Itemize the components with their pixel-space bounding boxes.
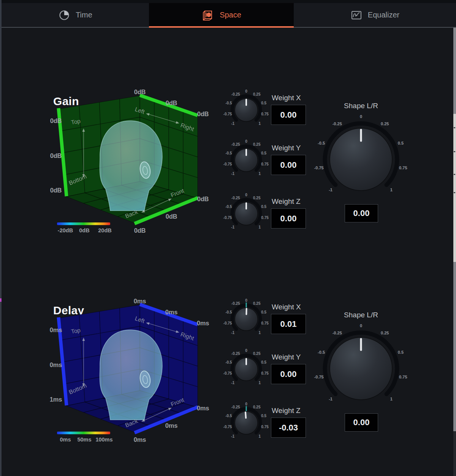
delay-weight-x-value[interactable]: 0.01 [271, 314, 306, 334]
tab-equalizer[interactable]: Equalizer [294, 3, 456, 27]
knob-tick-label: 0.25 [253, 92, 260, 96]
knob-tick-label: 0.5 [398, 141, 404, 145]
gain-weight-x-label: Weight X [272, 94, 301, 102]
knob-tick-label: 1 [259, 331, 261, 335]
knob-tick-label: -0.5 [225, 360, 232, 364]
scale-mid-label: 0dB [79, 227, 89, 233]
delay-weight-y-value[interactable]: 0.00 [271, 364, 306, 384]
knob-tick-label: 0 [360, 323, 362, 328]
delay-weight-x-knob[interactable]: -1-0.75-0.5-0.2500.250.50.751 [223, 296, 269, 342]
right-edge-strip-bottom [453, 431, 456, 476]
delay-cube-visualization[interactable]: Top Bottom Left Right Back Front 0ms 0ms… [49, 296, 213, 444]
knob-tick-label: -0.75 [223, 321, 232, 325]
knob-tick-label: 0 [245, 298, 247, 303]
knob-tick-label: -1 [231, 121, 234, 126]
knob-tick-label: -0.75 [223, 162, 232, 166]
delay-corner-label: 0ms [134, 298, 146, 304]
left-edge-marker [0, 298, 2, 302]
knob-tick-label: -1 [231, 331, 234, 335]
delay-color-scale [57, 432, 110, 434]
knob-tick-label: 0.25 [253, 301, 260, 306]
delay-weight-z-value[interactable]: -0.03 [271, 418, 306, 438]
knob-tick-label: 0.75 [261, 424, 268, 429]
knob-tick-label: -0.25 [231, 196, 240, 200]
right-edge-strip-lower [453, 262, 456, 431]
gain-shape-value[interactable]: 0.00 [345, 204, 378, 222]
gain-weight-x-knob[interactable]: -1-0.75-0.5-0.2500.250.50.751 [223, 87, 269, 133]
knob-tick-label: 1 [259, 381, 261, 385]
knob-tick-label: 0.25 [381, 121, 389, 126]
gain-weight-x-value[interactable]: 0.00 [271, 105, 306, 125]
delay-weight-z-knob[interactable]: -1-0.75-0.5-0.2500.250.50.751 [223, 400, 269, 446]
knob-tick-label: -0.5 [225, 310, 232, 314]
knob-tick-label: -0.75 [223, 424, 232, 429]
knob-tick-label: -0.5 [318, 141, 325, 145]
edge-mark [454, 174, 455, 175]
knob-tick-label: -0.25 [231, 351, 240, 356]
gain-corner-label: 0dB [166, 213, 177, 220]
tab-space-label: Space [220, 11, 241, 19]
delay-weight-x-label: Weight X [272, 303, 301, 311]
delay-corner-label: 0ms [134, 436, 146, 443]
knob-tick-label: 0.5 [398, 350, 404, 355]
delay-corner-label: 0ms [165, 309, 177, 315]
knob-tick-label: -0.5 [225, 204, 232, 208]
knob-tick-label: 0.5 [261, 101, 266, 105]
delay-shape-label: Shape L/R [314, 311, 408, 319]
knob-tick-label: -0.25 [231, 301, 240, 306]
tab-space[interactable]: Space [149, 3, 294, 27]
knob-tick-label: -0.25 [231, 92, 240, 96]
knob-tick-label: 0.25 [253, 142, 260, 147]
knob-tick-label: -0.75 [223, 371, 232, 375]
knob-tick-label: -0.5 [318, 350, 325, 355]
knob-tick-label: -0.75 [223, 112, 232, 116]
gain-weight-y-value[interactable]: 0.00 [271, 155, 306, 175]
knob-tick-label: 0.25 [253, 196, 260, 200]
gain-corner-label: 0dB [50, 152, 62, 159]
knob-tick-label: 1 [259, 172, 261, 176]
scale-max-label: 100ms [95, 437, 112, 443]
knob-tick-label: 1 [259, 434, 261, 438]
delay-corner-label: 0ms [50, 361, 62, 368]
gain-shape-knob[interactable]: -1-0.75-0.5-0.2500.250.50.751 [314, 112, 408, 207]
knob-tick-label: 0 [245, 139, 247, 143]
gain-corner-label: 0dB [50, 117, 62, 124]
knob-tick-label: 1 [390, 188, 393, 192]
knob-tick-label: -1 [231, 434, 234, 438]
gain-cube-visualization[interactable]: Top Bottom Left Right Back Front 0dB 0dB… [49, 87, 213, 235]
knob-tick-label: -0.25 [332, 331, 342, 335]
delay-shape-knob[interactable]: -1-0.75-0.5-0.2500.250.50.751 [314, 321, 408, 416]
knob-tick-label: 0 [245, 348, 247, 353]
gain-weight-y-knob[interactable]: -1-0.75-0.5-0.2500.250.50.751 [223, 137, 269, 183]
gain-corner-label: 0dB [134, 88, 146, 95]
delay-corner-label: 1ms [50, 396, 62, 403]
gain-weight-z-value[interactable]: 0.00 [271, 208, 306, 229]
knob-tick-label: -1 [231, 381, 234, 385]
knob-tick-label: 0.75 [261, 162, 268, 166]
knob-tick-label: -0.5 [225, 101, 232, 105]
knob-tick-label: 0 [245, 89, 247, 93]
gain-weight-y-label: Weight Y [272, 144, 301, 152]
knob-tick-label: 0.25 [253, 351, 260, 356]
knob-tick-label: -0.25 [231, 405, 240, 409]
knob-tick-label: 1 [259, 121, 261, 126]
cube-icon [201, 9, 214, 22]
gain-corner-label: 0dB [134, 227, 146, 234]
delay-shape-value[interactable]: 0.00 [345, 413, 378, 432]
gain-weight-z-label: Weight Z [272, 197, 301, 206]
clock-icon [58, 9, 70, 21]
gain-corner-label: 0dB [166, 99, 177, 106]
delay-corner-label: 0ms [197, 320, 209, 326]
delay-weight-y-knob[interactable]: -1-0.75-0.5-0.2500.250.50.751 [223, 347, 269, 392]
knob-tick-label: 0.75 [261, 112, 268, 116]
knob-tick-label: 0.75 [261, 321, 268, 325]
scale-max-label: 20dB [98, 227, 111, 233]
gain-weight-z-knob[interactable]: -1-0.75-0.5-0.2500.250.50.751 [223, 191, 269, 236]
tab-time[interactable]: Time [2, 3, 149, 27]
knob-tick-label: 1 [259, 225, 261, 229]
scale-mid-label: 50ms [77, 437, 91, 443]
plugin-window: Time Space Equalizer Gain [0, 0, 456, 476]
knob-tick-label: -0.5 [225, 413, 232, 418]
knob-tick-label: 0.75 [399, 165, 407, 170]
knob-tick-label: 0 [360, 114, 362, 119]
